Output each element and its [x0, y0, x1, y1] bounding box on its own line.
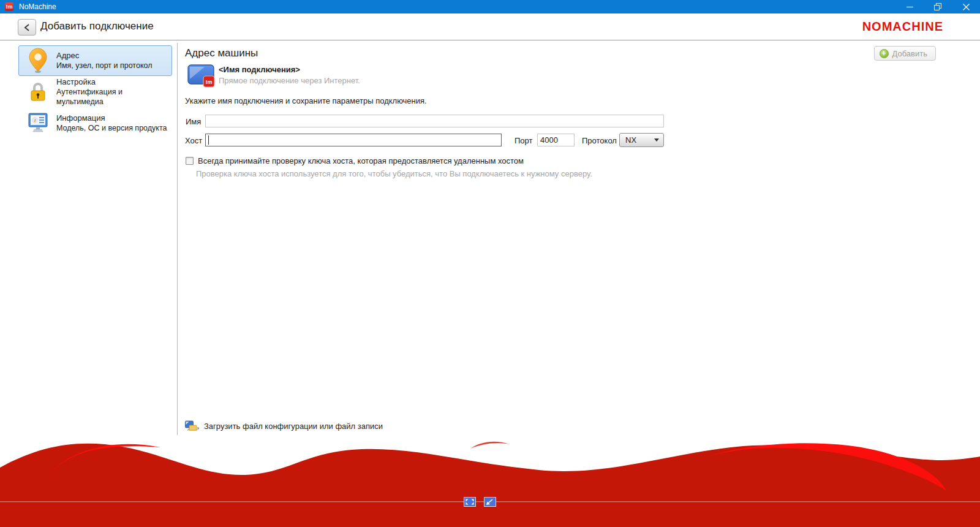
footer-wave: [0, 438, 980, 527]
close-button[interactable]: [952, 0, 980, 13]
host-label: Хост: [185, 136, 202, 145]
page-title: Добавить подключение: [40, 20, 154, 32]
connection-icon: !m: [187, 63, 217, 91]
load-file-icon: [185, 420, 200, 432]
connection-description: Прямое подключение через Интернет.: [219, 76, 360, 85]
sidebar-item-address[interactable]: Адрес Имя, узел, порт и протокол: [18, 45, 172, 76]
plus-icon: +: [880, 49, 889, 58]
restore-button[interactable]: [924, 0, 952, 13]
map-pin-icon: [28, 48, 48, 74]
sidebar-item-subtitle: Модель, ОС и версия продукта: [56, 123, 167, 133]
add-button-label: Добавить: [892, 49, 927, 58]
add-button[interactable]: + Добавить: [874, 46, 936, 61]
sidebar-item-information[interactable]: i Информация Модель, ОС и версия продукт…: [18, 108, 172, 138]
sidebar-item-title: Информация: [56, 113, 167, 123]
svg-text:!m: !m: [206, 79, 213, 85]
section-heading: Адрес машины: [185, 47, 258, 59]
host-input[interactable]: [205, 134, 502, 146]
nomachine-window: !m NoMachine: [0, 0, 980, 527]
window-title: NoMachine: [19, 2, 56, 11]
load-config-link[interactable]: Загрузить файл конфигурации или файл зап…: [185, 420, 383, 432]
sidebar-item-title: Адрес: [56, 51, 152, 61]
nomachine-wordmark: NOMACHINE: [862, 20, 943, 34]
text-caret: [208, 135, 209, 145]
minimize-button[interactable]: [895, 0, 924, 13]
load-config-label: Загрузить файл конфигурации или файл зап…: [204, 422, 383, 431]
fullscreen-expand-icon[interactable]: [464, 497, 476, 507]
lock-icon: [28, 81, 48, 103]
port-label: Порт: [514, 136, 532, 145]
monitor-info-icon: i: [28, 113, 48, 134]
sidebar-divider: [177, 43, 178, 435]
protocol-label: Протокол: [582, 136, 617, 145]
protocol-select[interactable]: NX: [619, 133, 664, 147]
sidebar-item-settings[interactable]: Настройка Аутентификация и мультимедиа: [18, 77, 172, 107]
protocol-selected-value: NX: [625, 135, 654, 145]
host-key-checkbox[interactable]: [186, 157, 194, 165]
connection-name-display: <Имя подключения>: [219, 65, 300, 74]
page-header: Добавить подключение NOMACHINE: [0, 13, 980, 40]
host-key-checkbox-label: Всегда принимайте проверку ключа хоста, …: [198, 156, 524, 165]
name-label: Имя: [186, 117, 201, 126]
port-input[interactable]: [537, 134, 575, 146]
name-input[interactable]: [205, 115, 664, 127]
host-key-hint: Проверка ключа хоста используется для то…: [196, 169, 592, 178]
titlebar: !m NoMachine: [0, 0, 980, 13]
instruction-text: Укажите имя подключения и сохраните пара…: [185, 96, 427, 105]
chevron-down-icon: [654, 138, 659, 142]
sidebar-item-title: Настройка: [56, 77, 172, 87]
back-button[interactable]: [18, 19, 36, 36]
nomachine-app-icon: !m: [5, 2, 13, 11]
back-chevron-icon: [23, 23, 31, 32]
sidebar-item-subtitle: Аутентификация и мультимедиа: [56, 87, 172, 107]
sidebar-item-subtitle: Имя, узел, порт и протокол: [56, 61, 152, 70]
fullscreen-collapse-icon[interactable]: [484, 497, 496, 507]
